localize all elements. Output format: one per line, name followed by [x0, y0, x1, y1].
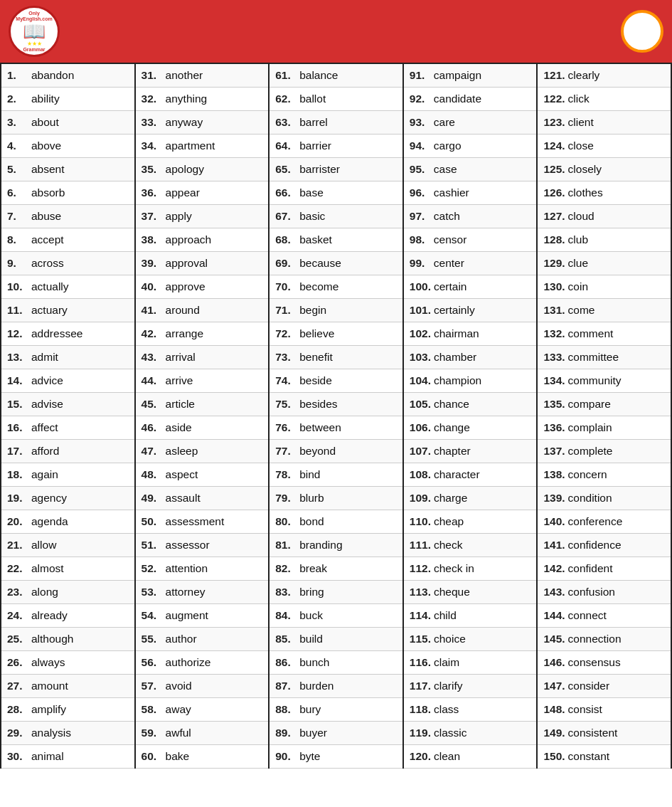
list-item: 118.class: [404, 698, 537, 722]
word-text: community: [568, 372, 622, 389]
list-item: 136.complain: [538, 416, 671, 440]
list-item: 6.absorb: [1, 181, 134, 205]
list-item: 89.buyer: [270, 722, 402, 745]
list-item: 124.close: [538, 134, 671, 158]
word-number: 83.: [275, 584, 297, 601]
word-number: 16.: [7, 419, 28, 436]
word-text: cloud: [568, 208, 594, 225]
word-text: analysis: [31, 724, 71, 742]
list-item: 41.around: [136, 299, 269, 322]
list-item: 120.clean: [404, 745, 537, 769]
word-text: ability: [31, 90, 60, 107]
word-text: barrister: [299, 161, 340, 178]
word-number: 125.: [543, 161, 565, 178]
list-item: 103.chamber: [404, 346, 537, 369]
word-number: 52.: [142, 560, 163, 577]
word-text: asleep: [166, 443, 198, 460]
word-text: confusion: [568, 584, 615, 601]
word-text: accept: [31, 231, 64, 248]
word-text: complete: [568, 443, 613, 460]
word-number: 53.: [142, 584, 163, 601]
word-text: above: [31, 137, 61, 154]
list-item: 33.anyway: [136, 111, 269, 134]
word-text: barrier: [299, 137, 331, 154]
list-item: 69.because: [270, 252, 402, 275]
word-number: 114.: [410, 607, 431, 624]
list-item: 90.byte: [270, 745, 402, 769]
word-number: 106.: [410, 419, 431, 436]
word-number: 36.: [142, 184, 163, 201]
word-text: chapter: [434, 443, 471, 460]
word-text: closely: [568, 161, 602, 178]
word-text: buyer: [299, 724, 327, 742]
list-item: 85.build: [270, 628, 402, 651]
word-text: although: [31, 631, 73, 648]
word-number: 126.: [543, 184, 565, 201]
word-number: 140.: [543, 513, 565, 530]
word-text: charge: [434, 490, 467, 507]
list-item: 38.approach: [136, 228, 269, 252]
list-item: 29.analysis: [1, 722, 134, 745]
word-text: club: [568, 231, 588, 248]
word-number: 15.: [7, 396, 28, 413]
word-text: augment: [166, 607, 208, 624]
word-number: 40.: [142, 278, 163, 295]
word-text: classic: [434, 724, 467, 742]
word-number: 97.: [410, 208, 431, 225]
word-text: bond: [299, 513, 324, 530]
word-text: cheap: [434, 513, 464, 530]
word-number: 120.: [410, 748, 431, 765]
word-text: censor: [434, 231, 467, 248]
list-item: 113.cheque: [404, 581, 537, 604]
word-text: build: [299, 631, 323, 648]
word-number: 70.: [275, 278, 297, 295]
list-item: 139.condition: [538, 487, 671, 510]
word-text: consider: [568, 677, 610, 695]
word-text: coin: [568, 278, 588, 295]
word-number: 105.: [410, 396, 431, 413]
word-number: 72.: [275, 325, 297, 342]
word-number: 47.: [142, 443, 163, 460]
word-text: confidence: [568, 537, 622, 554]
word-text: consistent: [568, 724, 618, 742]
list-item: 23.along: [1, 581, 134, 604]
list-item: 30.animal: [1, 745, 134, 769]
word-number: 117.: [410, 677, 431, 695]
column-1: 1.abandon2.ability3.about4.above5.absent…: [1, 64, 136, 769]
word-number: 93.: [410, 114, 431, 131]
word-number: 6.: [7, 184, 28, 201]
word-text: connect: [568, 607, 607, 624]
list-item: 126.clothes: [538, 181, 671, 205]
word-number: 4.: [7, 137, 28, 154]
word-number: 118.: [410, 701, 431, 718]
word-number: 73.: [275, 349, 297, 366]
list-item: 148.consist: [538, 698, 671, 722]
word-text: comment: [568, 325, 614, 342]
word-number: 32.: [142, 90, 163, 107]
word-number: 99.: [410, 255, 431, 272]
word-number: 63.: [275, 114, 297, 131]
word-number: 79.: [275, 490, 297, 507]
word-number: 127.: [543, 208, 565, 225]
word-text: apply: [166, 208, 192, 225]
word-number: 81.: [275, 537, 297, 554]
list-item: 45.article: [136, 393, 269, 416]
word-number: 10.: [7, 278, 28, 295]
word-number: 142.: [543, 560, 565, 577]
word-text: compare: [568, 396, 611, 413]
word-text: byte: [299, 748, 320, 765]
logo: OnlyMyEnglish.com 📖 ★★★ Grammar: [9, 6, 60, 57]
list-item: 28.amplify: [1, 698, 134, 722]
list-item: 54.augment: [136, 604, 269, 628]
word-number: 57.: [142, 677, 163, 695]
list-item: 109.charge: [404, 487, 537, 510]
logo-book-icon: 📖: [23, 22, 46, 41]
word-number: 56.: [142, 654, 163, 671]
list-item: 65.barrister: [270, 158, 402, 181]
word-number: 13.: [7, 349, 28, 366]
word-number: 144.: [543, 607, 565, 624]
word-text: constant: [568, 748, 610, 765]
word-text: along: [31, 584, 58, 601]
list-item: 112.check in: [404, 557, 537, 581]
word-text: clarify: [434, 677, 462, 695]
